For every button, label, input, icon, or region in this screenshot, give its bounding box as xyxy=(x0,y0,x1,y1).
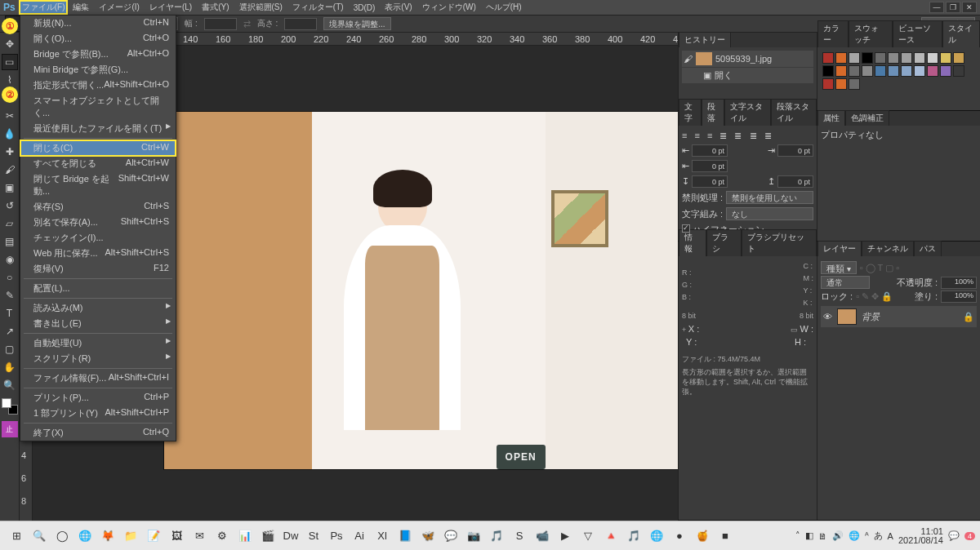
heal-tool[interactable]: ✚ xyxy=(2,144,18,160)
swatch[interactable] xyxy=(849,78,860,90)
file-menu-item[interactable]: ファイル情報(F)...Alt+Shift+Ctrl+I xyxy=(20,370,176,386)
file-menu-item[interactable]: 1 部プリント(Y)Alt+Shift+Ctrl+P xyxy=(20,406,176,421)
brushpreset-tab[interactable]: ブラシプリセット xyxy=(742,229,817,256)
swatch[interactable] xyxy=(822,52,834,64)
taskbar-app-icon[interactable]: Ai xyxy=(350,527,368,545)
taskbar-app-icon[interactable]: ◯ xyxy=(53,527,71,545)
swatch[interactable] xyxy=(953,52,964,64)
file-menu-item[interactable]: 配置(L)... xyxy=(20,281,176,296)
menu-image[interactable]: イメージ(I) xyxy=(94,0,144,15)
taskbar-app-icon[interactable]: ⊞ xyxy=(7,527,25,545)
taskbar-app-icon[interactable]: ■ xyxy=(716,527,734,545)
file-menu-item[interactable]: 閉じる(C)Ctrl+W xyxy=(20,140,176,156)
eraser-tool[interactable]: ▱ xyxy=(2,215,18,232)
window-maximize[interactable]: ❐ xyxy=(946,2,960,13)
taskbar-app-icon[interactable]: 🎵 xyxy=(625,527,643,545)
file-menu-item[interactable]: 書き出し(E) xyxy=(20,316,176,331)
tray-icon[interactable]: ˄ xyxy=(795,530,800,541)
taskbar-app-icon[interactable]: Dw xyxy=(282,527,300,545)
taskbar-app-icon[interactable]: Xl xyxy=(373,527,391,545)
swatch[interactable] xyxy=(835,78,847,90)
info-tab[interactable]: 情報 xyxy=(679,229,706,256)
width-input[interactable] xyxy=(204,18,237,30)
swatch[interactable] xyxy=(940,52,951,64)
swatch[interactable] xyxy=(901,52,912,64)
taskbar-app-icon[interactable]: 📁 xyxy=(122,527,140,545)
brush-tab[interactable]: ブラシ xyxy=(706,229,742,256)
history-brush-tool[interactable]: ↺ xyxy=(2,197,18,214)
history-source[interactable]: 🖌5095939_l.jpg xyxy=(682,51,813,67)
hand-tool[interactable]: ✋ xyxy=(2,359,18,375)
file-menu-item[interactable]: 最近使用したファイルを開く(T) xyxy=(20,121,176,136)
kinsoku-select[interactable]: 禁則を使用しない xyxy=(726,191,813,204)
styles-tab[interactable]: スタイル xyxy=(942,20,980,47)
menu-filter[interactable]: フィルター(T) xyxy=(287,0,349,15)
ime-kana[interactable]: あ xyxy=(874,530,883,542)
layer-item[interactable]: 👁 背景 🔒 xyxy=(821,306,977,327)
taskbar-app-icon[interactable]: 🦊 xyxy=(99,527,117,545)
marquee-tool[interactable]: ▭ xyxy=(2,54,18,70)
swatch[interactable] xyxy=(875,52,886,64)
blur-tool[interactable]: ◉ xyxy=(2,251,18,268)
layer-fill[interactable]: 100% xyxy=(941,291,977,303)
tray-icon[interactable]: 🔊 xyxy=(832,530,844,541)
taskbar-app-icon[interactable]: ● xyxy=(670,527,688,545)
file-menu-item[interactable]: 復帰(V)F12 xyxy=(20,261,176,277)
space-after[interactable] xyxy=(777,175,813,188)
tray-icon[interactable]: 🗎 xyxy=(818,531,827,541)
file-menu-item[interactable]: Bridge で参照(B)...Alt+Ctrl+O xyxy=(20,47,176,62)
color-swap[interactable] xyxy=(2,398,18,415)
swatch[interactable] xyxy=(862,52,873,64)
swatch[interactable] xyxy=(901,65,912,77)
swatch[interactable] xyxy=(835,52,847,64)
viewsource-tab[interactable]: ビューソース xyxy=(893,20,943,47)
file-menu-item[interactable]: 指定形式で開く...Alt+Shift+Ctrl+O xyxy=(20,78,176,93)
align-icons[interactable]: ≡ ≡ ≡ ≣ ≣ ≣ ≣ xyxy=(682,131,774,141)
taskbar-app-icon[interactable]: ▶ xyxy=(556,527,574,545)
layers-tab[interactable]: レイヤー xyxy=(817,241,862,256)
swatch[interactable] xyxy=(888,52,899,64)
swatch[interactable] xyxy=(927,65,938,77)
file-menu-item[interactable]: 開く(O)...Ctrl+O xyxy=(20,31,176,47)
taskbar-app-icon[interactable]: 🎵 xyxy=(488,527,506,545)
channels-tab[interactable]: チャンネル xyxy=(862,241,914,256)
taskbar-app-icon[interactable]: 🌐 xyxy=(648,527,666,545)
tray-icon[interactable]: 🌐 xyxy=(849,530,860,541)
parastyle-tab[interactable]: 段落スタイル xyxy=(771,99,817,126)
file-menu-item[interactable]: チェックイン(I)... xyxy=(20,230,176,246)
taskbar-app-icon[interactable]: S xyxy=(510,527,528,545)
swatch[interactable] xyxy=(927,52,938,64)
file-menu-item[interactable]: 新規(N)...Ctrl+N xyxy=(20,16,176,31)
swatch[interactable] xyxy=(822,65,834,77)
swatch[interactable] xyxy=(914,65,925,77)
swatch[interactable] xyxy=(953,65,964,77)
paths-tab[interactable]: パス xyxy=(914,241,942,256)
taskbar-app-icon[interactable]: 🖼 xyxy=(167,527,185,545)
taskbar-app-icon[interactable]: 🍯 xyxy=(693,527,711,545)
window-minimize[interactable]: — xyxy=(929,2,944,13)
indent-left[interactable] xyxy=(692,144,728,157)
swatch[interactable] xyxy=(849,65,860,77)
file-menu-item[interactable]: スクリプト(R) xyxy=(20,351,176,366)
taskbar-app-icon[interactable]: 🔍 xyxy=(30,527,48,545)
taskbar-app-icon[interactable]: 📊 xyxy=(236,527,254,545)
history-step[interactable]: ▣開く xyxy=(682,68,813,83)
quickmask-toggle[interactable]: 止 xyxy=(2,421,18,437)
taskbar-app-icon[interactable]: ✉ xyxy=(190,527,208,545)
color-tab[interactable]: カラー xyxy=(817,20,849,47)
brush-tool[interactable]: 🖌 xyxy=(2,162,18,178)
file-menu-item[interactable]: 保存(S)Ctrl+S xyxy=(20,199,176,215)
menu-view[interactable]: 表示(V) xyxy=(380,0,416,15)
file-menu-item[interactable]: 別名で保存(A)...Shift+Ctrl+S xyxy=(20,215,176,230)
swatch[interactable] xyxy=(822,78,834,90)
file-menu-item[interactable]: スマートオブジェクトとして開く... xyxy=(20,93,176,121)
taskbar-app-icon[interactable]: 📷 xyxy=(465,527,483,545)
height-input[interactable] xyxy=(284,18,317,30)
menu-file[interactable]: ファイル(F) xyxy=(19,0,69,15)
move-tool[interactable]: ✥ xyxy=(2,36,18,52)
file-menu-item[interactable]: すべてを閉じるAlt+Ctrl+W xyxy=(20,156,176,171)
dodge-tool[interactable]: ○ xyxy=(2,269,18,286)
menu-layer[interactable]: レイヤー(L) xyxy=(145,0,197,15)
eyedropper-tool[interactable]: 💧 xyxy=(2,126,18,142)
swatches-tab[interactable]: スウォッチ xyxy=(849,20,893,47)
